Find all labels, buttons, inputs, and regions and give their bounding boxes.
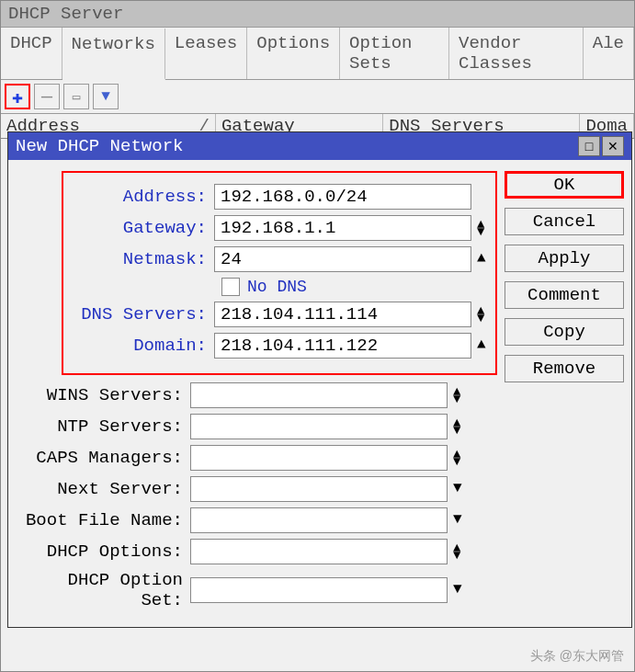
- domain-spinner[interactable]: ▲: [477, 341, 486, 350]
- form-area: Address: Gateway: ▲▼ Netmask: ▲ No DNS: [16, 171, 497, 616]
- ntp-spinner[interactable]: ▲▼: [453, 419, 460, 435]
- caps-spinner[interactable]: ▲▼: [453, 450, 460, 466]
- minus-icon: —: [41, 86, 52, 108]
- boot-spinner[interactable]: ▼: [453, 516, 462, 525]
- dns-input[interactable]: [214, 302, 471, 327]
- dhcp-option-set-input[interactable]: [190, 577, 448, 603]
- address-input[interactable]: [214, 184, 471, 210]
- dialog-title-bar: New DHCP Network □ ✕: [8, 132, 631, 160]
- chevron-up-icon: ▲: [477, 341, 486, 350]
- cancel-button[interactable]: Cancel: [505, 208, 624, 235]
- label-netmask: Netmask:: [67, 249, 214, 269]
- label-next: Next Server:: [16, 479, 190, 499]
- remove-button[interactable]: Remove: [505, 355, 624, 382]
- label-dns: DNS Servers:: [67, 304, 214, 325]
- funnel-icon: ▼: [101, 88, 110, 105]
- ntp-input[interactable]: [190, 414, 448, 439]
- dialog-body: Address: Gateway: ▲▼ Netmask: ▲ No DNS: [8, 160, 631, 627]
- label-dhcpset: DHCP Option Set:: [16, 570, 190, 610]
- wins-spinner[interactable]: ▲▼: [453, 388, 460, 404]
- doc-icon: ▭: [73, 89, 80, 105]
- chevron-down-icon: ▼: [453, 458, 460, 465]
- copy-button[interactable]: Copy: [505, 318, 624, 346]
- chevron-down-icon: ▼: [453, 395, 460, 403]
- close-icon: ✕: [607, 139, 618, 154]
- label-address: Address:: [67, 187, 214, 207]
- caps-input[interactable]: [190, 445, 448, 471]
- tab-option-sets[interactable]: Option Sets: [340, 28, 449, 79]
- minimize-button[interactable]: □: [578, 136, 600, 156]
- no-dns-checkbox[interactable]: [221, 278, 240, 296]
- label-domain: Domain:: [67, 336, 214, 356]
- chevron-down-icon: ▼: [453, 484, 462, 494]
- tab-alerts[interactable]: Ale: [584, 28, 634, 79]
- tab-bar: DHCP Networks Leases Options Option Sets…: [1, 28, 634, 80]
- next-spinner[interactable]: ▼: [453, 484, 462, 494]
- label-gateway: Gateway:: [67, 218, 214, 238]
- label-caps: CAPS Managers:: [16, 448, 190, 468]
- add-button[interactable]: ✚: [5, 84, 30, 109]
- netmask-spinner[interactable]: ▲: [477, 255, 486, 264]
- window-title: DHCP Server: [1, 1, 634, 28]
- filter-button[interactable]: ▼: [93, 84, 119, 109]
- toolbar: ✚ — ▭ ▼: [1, 80, 634, 114]
- tab-dhcp[interactable]: DHCP: [1, 28, 62, 79]
- dialog-buttons: OK Cancel Apply Comment Copy Remove: [505, 171, 624, 616]
- apply-button[interactable]: Apply: [505, 245, 624, 272]
- label-boot: Boot File Name:: [16, 510, 190, 530]
- netmask-input[interactable]: [214, 246, 471, 272]
- domain-input[interactable]: [214, 333, 471, 359]
- label-ntp: NTP Servers:: [16, 416, 190, 437]
- dns-spinner[interactable]: ▲▼: [477, 307, 484, 323]
- tab-vendor-classes[interactable]: Vendor Classes: [449, 28, 584, 79]
- label-wins: WINS Servers:: [16, 385, 190, 405]
- tab-networks[interactable]: Networks: [62, 28, 165, 80]
- chevron-up-icon: ▲: [477, 255, 486, 264]
- properties-button[interactable]: ▭: [63, 84, 89, 109]
- chevron-down-icon: ▼: [453, 427, 460, 434]
- extra-fields: WINS Servers: ▲▼ NTP Servers: ▲▼ CAPS Ma…: [16, 382, 497, 610]
- wins-input[interactable]: [190, 382, 448, 408]
- boot-file-input[interactable]: [190, 507, 448, 533]
- remove-button[interactable]: —: [34, 84, 60, 109]
- chevron-down-icon: ▼: [453, 586, 462, 595]
- chevron-down-icon: ▼: [477, 228, 484, 235]
- dhcpset-spinner[interactable]: ▼: [453, 586, 462, 595]
- label-dhcpopt: DHCP Options:: [16, 541, 190, 562]
- dhcp-options-input[interactable]: [190, 539, 448, 564]
- next-server-input[interactable]: [190, 476, 448, 502]
- gateway-spinner[interactable]: ▲▼: [477, 221, 484, 236]
- chevron-down-icon: ▼: [453, 552, 460, 559]
- comment-button[interactable]: Comment: [505, 281, 624, 309]
- gateway-input[interactable]: [214, 215, 471, 241]
- dhcpopt-spinner[interactable]: ▲▼: [453, 544, 460, 560]
- tab-leases[interactable]: Leases: [165, 28, 247, 79]
- label-nodns: No DNS: [247, 278, 307, 296]
- tab-options[interactable]: Options: [247, 28, 340, 79]
- watermark: 头条 @东大网管: [530, 648, 624, 665]
- new-dhcp-network-dialog: New DHCP Network □ ✕ Address: Gateway: ▲…: [7, 131, 632, 628]
- ok-button[interactable]: OK: [505, 171, 624, 199]
- chevron-down-icon: ▼: [477, 314, 484, 322]
- chevron-down-icon: ▼: [453, 516, 462, 525]
- dialog-title: New DHCP Network: [16, 136, 183, 156]
- close-button[interactable]: ✕: [602, 136, 624, 156]
- highlighted-fields: Address: Gateway: ▲▼ Netmask: ▲ No DNS: [62, 171, 497, 375]
- square-icon: □: [585, 139, 593, 154]
- plus-icon: ✚: [12, 85, 23, 108]
